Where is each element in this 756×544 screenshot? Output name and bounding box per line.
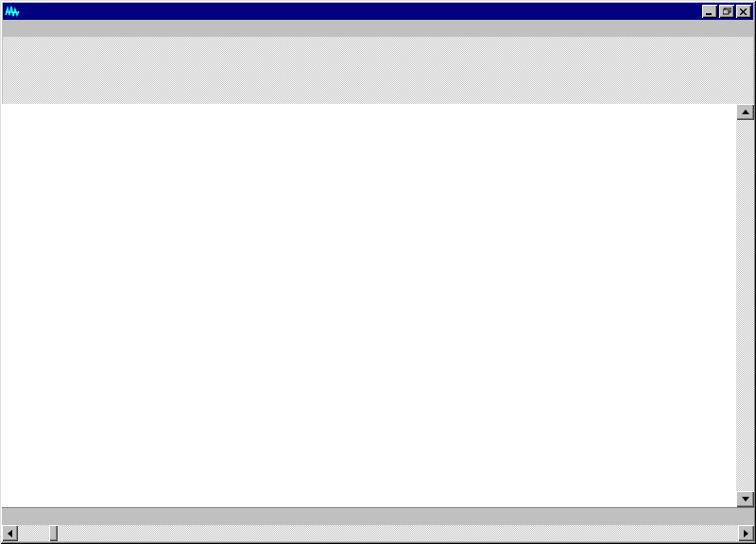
menu-bar — [3, 21, 753, 37]
waveform-display[interactable] — [2, 104, 736, 507]
up-arrow-icon — [742, 110, 749, 114]
down-arrow-icon — [742, 497, 749, 502]
scroll-up-button[interactable] — [736, 104, 754, 120]
app-window — [0, 0, 756, 544]
horizontal-scrollbar[interactable] — [2, 525, 754, 541]
close-button[interactable] — [736, 5, 751, 18]
scroll-right-button[interactable] — [738, 525, 754, 541]
waveform-svg[interactable] — [2, 104, 736, 507]
time-ruler — [2, 507, 754, 525]
scroll-down-button[interactable] — [736, 491, 754, 507]
title-bar — [3, 3, 753, 20]
scroll-left-button[interactable] — [2, 525, 18, 541]
vertical-scrollbar[interactable] — [736, 104, 754, 507]
restore-button[interactable] — [719, 5, 734, 18]
toolbar — [3, 37, 753, 86]
left-arrow-icon — [8, 530, 12, 537]
right-arrow-icon — [744, 530, 748, 537]
scrollbar-thumb[interactable] — [49, 525, 58, 541]
status-bar — [3, 86, 753, 104]
wave-repair-logo-icon — [5, 5, 20, 18]
minimize-button[interactable] — [702, 5, 717, 18]
